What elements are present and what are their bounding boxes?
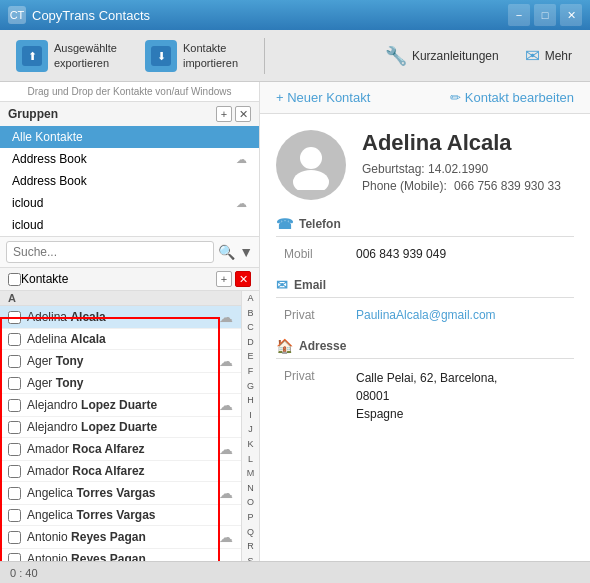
svg-point-7: [293, 170, 329, 190]
contact-row[interactable]: Adelina Alcala ☁: [0, 306, 241, 329]
contact-row-name: Angelica Torres Vargas: [27, 486, 213, 500]
group-cloud-icon: ☁: [236, 197, 247, 210]
contact-cloud-icon: ☁: [219, 397, 233, 413]
email-label: Email: [294, 278, 326, 292]
group-item-icloud1[interactable]: icloud☁: [0, 192, 259, 214]
contact-cloud-icon: ☁: [219, 529, 233, 545]
add-group-button[interactable]: +: [216, 106, 232, 122]
contact-checkbox[interactable]: [8, 377, 21, 390]
contact-checkbox[interactable]: [8, 465, 21, 478]
main-area: ⬆ Ausgewählte exportieren ⬇ Kontakte imp…: [0, 30, 590, 583]
contact-row[interactable]: Angelica Torres Vargas: [0, 505, 241, 526]
contact-phone-header: Phone (Mobile): 066 756 839 930 33: [362, 179, 561, 193]
phone-value-header: 066 756 839 930 33: [454, 179, 561, 193]
new-contact-button[interactable]: + Neuer Kontakt: [276, 90, 370, 105]
contact-checkbox[interactable]: [8, 333, 21, 346]
alpha-letter-J[interactable]: J: [248, 422, 253, 437]
contact-checkbox[interactable]: [8, 311, 21, 324]
contact-row[interactable]: Alejandro Lopez Duarte ☁: [0, 394, 241, 417]
contact-checkbox[interactable]: [8, 355, 21, 368]
contact-row[interactable]: Angelica Torres Vargas ☁: [0, 482, 241, 505]
contact-row[interactable]: Ager Tony ☁: [0, 350, 241, 373]
remove-contact-button[interactable]: ✕: [235, 271, 251, 287]
adresse-icon: 🏠: [276, 338, 293, 354]
app-title: CopyTrans Contacts: [32, 8, 508, 23]
drag-drop-hint: Drag und Drop der Kontakte von/auf Windo…: [0, 82, 259, 102]
alpha-letter-D[interactable]: D: [247, 335, 254, 350]
search-button[interactable]: 🔍: [218, 244, 235, 260]
alpha-letter-Q[interactable]: Q: [247, 525, 254, 540]
close-button[interactable]: ✕: [560, 4, 582, 26]
export-button[interactable]: ⬆ Ausgewählte exportieren: [10, 36, 123, 76]
telefon-mobil-row: Mobil 006 843 939 049: [276, 245, 574, 263]
contact-checkbox[interactable]: [8, 487, 21, 500]
contact-row[interactable]: Ager Tony: [0, 373, 241, 394]
svg-text:⬆: ⬆: [28, 50, 37, 62]
contact-checkbox[interactable]: [8, 531, 21, 544]
alpha-letter-E[interactable]: E: [247, 349, 253, 364]
alpha-letter-P[interactable]: P: [247, 510, 253, 525]
contact-row-name: Ager Tony: [27, 354, 213, 368]
alpha-letter-N[interactable]: N: [247, 481, 254, 496]
contact-row[interactable]: Amador Roca Alfarez: [0, 461, 241, 482]
minimize-button[interactable]: −: [508, 4, 530, 26]
group-item-icloud2[interactable]: icloud: [0, 214, 259, 236]
alpha-letter-A[interactable]: A: [247, 291, 253, 306]
import-button[interactable]: ⬇ Kontakte importieren: [139, 36, 244, 76]
contact-checkbox[interactable]: [8, 443, 21, 456]
group-item-ab2[interactable]: Address Book: [0, 170, 259, 192]
group-item-ab1[interactable]: Address Book☁: [0, 148, 259, 170]
status-time: 0 : 40: [10, 567, 38, 579]
alpha-letter-K[interactable]: K: [247, 437, 253, 452]
toolbar-separator: [264, 38, 265, 74]
contacts-section: Kontakte + ✕ A Adelina Alcala ☁ Adelina …: [0, 268, 259, 561]
contact-row[interactable]: Antonio Reyes Pagan ☁: [0, 526, 241, 549]
contact-row[interactable]: Alejandro Lopez Duarte: [0, 417, 241, 438]
search-input[interactable]: [6, 241, 214, 263]
contact-row[interactable]: Amador Roca Alfarez ☁: [0, 438, 241, 461]
filter-button[interactable]: ▼: [239, 244, 253, 260]
contact-avatar: [276, 130, 346, 200]
contact-checkbox[interactable]: [8, 399, 21, 412]
maximize-button[interactable]: □: [534, 4, 556, 26]
alpha-letter-R[interactable]: R: [247, 539, 254, 554]
alpha-letter-H[interactable]: H: [247, 393, 254, 408]
more-button[interactable]: ✉ Mehr: [517, 41, 580, 71]
alpha-letter-C[interactable]: C: [247, 320, 254, 335]
detail-adresse: 🏠 Adresse Privat Calle Pelai, 62, Barcel…: [276, 338, 574, 425]
alpha-letter-L[interactable]: L: [248, 452, 253, 467]
select-all-checkbox[interactable]: [8, 273, 21, 286]
shortcuts-button[interactable]: 🔧 Kurzanleitungen: [377, 41, 507, 71]
telefon-icon: ☎: [276, 216, 293, 232]
detail-telefon: ☎ Telefon Mobil 006 843 939 049: [276, 216, 574, 263]
alpha-letter-O[interactable]: O: [247, 495, 254, 510]
edit-contact-button[interactable]: ✏ Kontakt bearbeiten: [450, 90, 574, 105]
contact-checkbox[interactable]: [8, 553, 21, 562]
contact-checkbox[interactable]: [8, 421, 21, 434]
alpha-letter-G[interactable]: G: [247, 379, 254, 394]
add-contact-button[interactable]: +: [216, 271, 232, 287]
right-toolbar: + Neuer Kontakt ✏ Kontakt bearbeiten: [260, 82, 590, 114]
alpha-letter-I[interactable]: I: [249, 408, 252, 423]
alpha-letter-M[interactable]: M: [247, 466, 255, 481]
contact-checkbox[interactable]: [8, 509, 21, 522]
contact-row[interactable]: Adelina Alcala: [0, 329, 241, 350]
right-panel: + Neuer Kontakt ✏ Kontakt bearbeiten Ade…: [260, 82, 590, 561]
group-item-alle[interactable]: Alle Kontakte: [0, 126, 259, 148]
telefon-title: ☎ Telefon: [276, 216, 574, 237]
alpha-letter-F[interactable]: F: [248, 364, 254, 379]
alpha-letter-B[interactable]: B: [247, 306, 253, 321]
svg-text:CT: CT: [10, 9, 25, 21]
group-item-label: Alle Kontakte: [12, 130, 83, 144]
alpha-letter-S[interactable]: S: [247, 554, 253, 561]
phone-label: Phone (Mobile):: [362, 179, 447, 193]
export-label: Ausgewählte exportieren: [54, 41, 117, 70]
contact-birthday: Geburtstag: 14.02.1990: [362, 162, 561, 176]
remove-group-button[interactable]: ✕: [235, 106, 251, 122]
svg-point-6: [300, 147, 322, 169]
contact-row-name: Ager Tony: [27, 376, 227, 390]
import-label: Kontakte importieren: [183, 41, 238, 70]
groups-list: Alle KontakteAddress Book☁Address Bookic…: [0, 126, 259, 236]
contact-row[interactable]: Antonio Reyes Pagan: [0, 549, 241, 561]
main-toolbar: ⬆ Ausgewählte exportieren ⬇ Kontakte imp…: [0, 30, 590, 82]
